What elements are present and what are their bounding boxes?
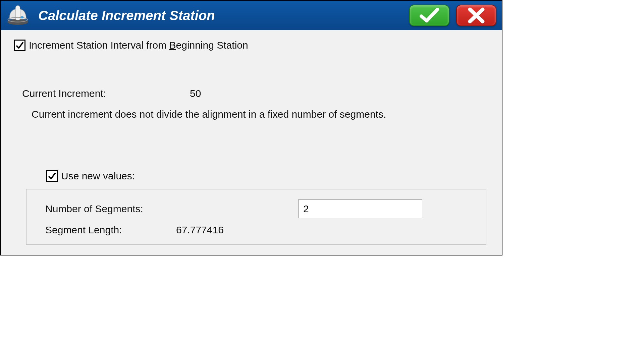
new-values-frame: Number of Segments: Segment Length: 67.7…: [26, 189, 486, 245]
svg-point-2: [20, 16, 24, 18]
dialog-calculate-increment-station: Calculate Increment Station: [0, 0, 502, 255]
dialog-body: Increment Station Interval from Beginnin…: [1, 30, 502, 255]
increment-from-beginning-row: Increment Station Interval from Beginnin…: [14, 40, 488, 51]
checkmark-icon: [15, 41, 24, 50]
increment-from-beginning-checkbox[interactable]: [14, 40, 25, 51]
check-icon: [419, 7, 439, 23]
cancel-button[interactable]: [456, 5, 496, 26]
dialog-title: Calculate Increment Station: [36, 8, 402, 23]
checkmark-icon: [48, 172, 56, 180]
label-part: Increment Station Interval from: [29, 40, 169, 51]
number-of-segments-label: Number of Segments:: [45, 203, 176, 215]
label-part: eginning Station: [176, 40, 248, 51]
titlebar: Calculate Increment Station: [1, 1, 502, 30]
use-new-values-row: Use new values:: [14, 170, 488, 182]
segment-length-label: Segment Length:: [45, 224, 176, 236]
number-of-segments-input[interactable]: [298, 199, 422, 218]
increment-from-beginning-label: Increment Station Interval from Beginnin…: [29, 40, 248, 51]
x-icon: [467, 7, 485, 23]
current-increment-label: Current Increment:: [22, 88, 190, 99]
hardhat-icon: [6, 4, 30, 27]
current-increment-value: 50: [190, 88, 201, 99]
current-increment-block: Current Increment: 50 Current increment …: [14, 88, 488, 120]
use-new-values-label: Use new values:: [61, 170, 135, 182]
use-new-values-checkbox[interactable]: [46, 170, 58, 182]
current-increment-message: Current increment does not divide the al…: [22, 109, 488, 120]
ok-button[interactable]: [409, 5, 449, 26]
segment-length-value: 67.777416: [176, 224, 224, 236]
label-mnemonic: B: [169, 40, 176, 51]
